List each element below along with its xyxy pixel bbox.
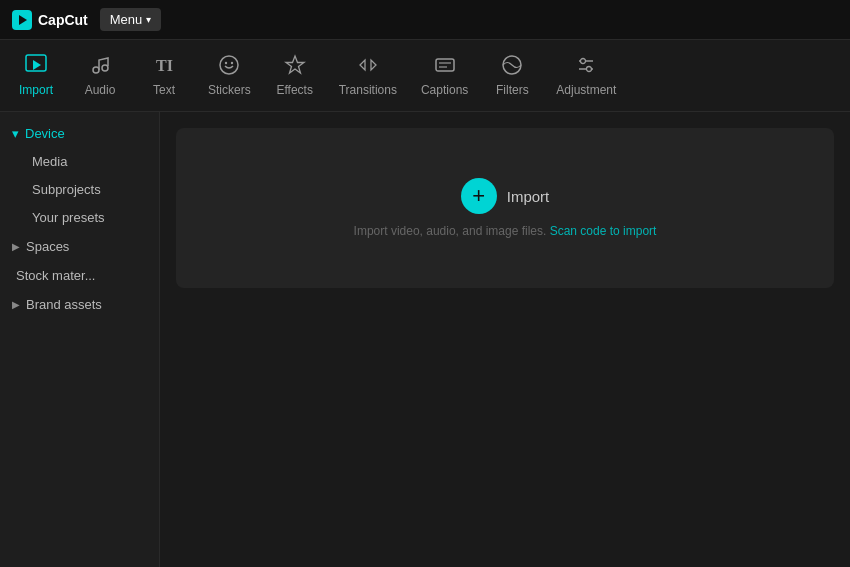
import-subtitle-prefix: Import video, audio, and image files. xyxy=(354,224,547,238)
tab-audio[interactable]: Audio xyxy=(68,46,132,105)
tab-captions-label: Captions xyxy=(421,83,468,97)
stock-material-section: Stock mater... xyxy=(0,262,159,289)
import-plus-button[interactable]: + xyxy=(461,178,497,214)
app-logo: CapCut xyxy=(12,10,88,30)
device-section-header[interactable]: ▾ Device xyxy=(0,120,159,147)
svg-marker-10 xyxy=(286,56,304,73)
device-arrow-icon: ▾ xyxy=(12,126,19,141)
transitions-icon xyxy=(357,54,379,79)
device-label: Device xyxy=(25,126,65,141)
brand-assets-arrow-icon: ▶ xyxy=(12,299,20,310)
import-icon xyxy=(25,54,47,79)
tab-import-label: Import xyxy=(19,83,53,97)
spaces-section: ▶ Spaces xyxy=(0,233,159,260)
adjustment-icon xyxy=(575,54,597,79)
menu-label: Menu xyxy=(110,12,143,27)
sidebar-item-subprojects[interactable]: Subprojects xyxy=(4,176,155,203)
tab-audio-label: Audio xyxy=(85,83,116,97)
stickers-icon xyxy=(218,54,240,79)
captions-icon xyxy=(434,54,456,79)
svg-point-7 xyxy=(220,56,238,74)
effects-icon xyxy=(284,54,306,79)
brand-assets-label: Brand assets xyxy=(26,297,102,312)
svg-point-4 xyxy=(93,67,99,73)
nav-tabs-bar: Import Audio TI Text Sti xyxy=(0,40,850,112)
svg-marker-3 xyxy=(33,60,41,70)
import-title-row: + Import xyxy=(461,178,550,214)
import-drop-zone[interactable]: + Import Import video, audio, and image … xyxy=(176,128,834,288)
sidebar-item-stock-material[interactable]: Stock mater... xyxy=(4,262,155,289)
brand-assets-section-header[interactable]: ▶ Brand assets xyxy=(0,291,159,318)
chevron-down-icon: ▾ xyxy=(146,14,151,25)
menu-button[interactable]: Menu ▾ xyxy=(100,8,162,31)
tab-text-label: Text xyxy=(153,83,175,97)
tab-adjustment[interactable]: Adjustment xyxy=(544,46,628,105)
tab-stickers-label: Stickers xyxy=(208,83,251,97)
svg-point-8 xyxy=(225,62,227,64)
capcut-logo-icon xyxy=(12,10,32,30)
topbar: CapCut Menu ▾ xyxy=(0,0,850,40)
spaces-section-header[interactable]: ▶ Spaces xyxy=(0,233,159,260)
svg-point-16 xyxy=(581,59,586,64)
sidebar: ▾ Device Media Subprojects Your presets … xyxy=(0,112,160,567)
filters-icon xyxy=(501,54,523,79)
tab-effects-label: Effects xyxy=(276,83,312,97)
svg-text:TI: TI xyxy=(156,57,173,74)
tab-text[interactable]: TI Text xyxy=(132,46,196,105)
device-section: ▾ Device Media Subprojects Your presets xyxy=(0,120,159,231)
svg-point-5 xyxy=(102,65,108,71)
text-icon: TI xyxy=(153,54,175,79)
main-layout: ▾ Device Media Subprojects Your presets … xyxy=(0,112,850,567)
tab-import[interactable]: Import xyxy=(4,46,68,105)
scan-code-link[interactable]: Scan code to import xyxy=(550,224,657,238)
sidebar-item-your-presets[interactable]: Your presets xyxy=(4,204,155,231)
tab-transitions-label: Transitions xyxy=(339,83,397,97)
tab-effects[interactable]: Effects xyxy=(263,46,327,105)
tab-stickers[interactable]: Stickers xyxy=(196,46,263,105)
plus-icon: + xyxy=(472,185,485,207)
import-title-text: Import xyxy=(507,188,550,205)
svg-rect-11 xyxy=(436,59,454,71)
spaces-arrow-icon: ▶ xyxy=(12,241,20,252)
svg-point-9 xyxy=(231,62,233,64)
audio-icon xyxy=(89,54,111,79)
tab-filters-label: Filters xyxy=(496,83,529,97)
tab-transitions[interactable]: Transitions xyxy=(327,46,409,105)
tab-filters[interactable]: Filters xyxy=(480,46,544,105)
brand-assets-section: ▶ Brand assets xyxy=(0,291,159,318)
import-subtitle: Import video, audio, and image files. Sc… xyxy=(354,224,657,238)
tab-captions[interactable]: Captions xyxy=(409,46,480,105)
svg-point-18 xyxy=(587,67,592,72)
sidebar-item-media[interactable]: Media xyxy=(4,148,155,175)
tab-adjustment-label: Adjustment xyxy=(556,83,616,97)
app-name: CapCut xyxy=(38,12,88,28)
content-area: + Import Import video, audio, and image … xyxy=(160,112,850,567)
spaces-label: Spaces xyxy=(26,239,69,254)
